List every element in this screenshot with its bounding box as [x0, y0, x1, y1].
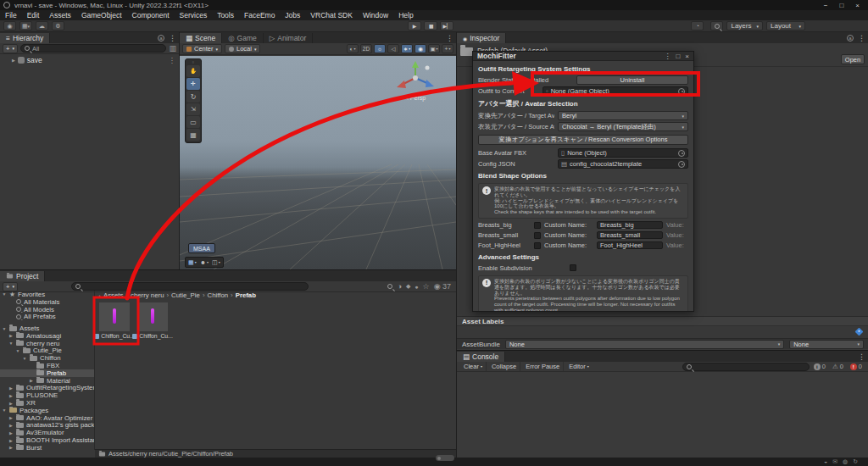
tree-item-prefab[interactable]: Prefab — [0, 369, 94, 377]
tree-item-chiffon[interactable]: Chiffon — [0, 354, 94, 362]
search-everything-icon[interactable] — [710, 21, 723, 31]
tree-item-anatawa12-gists[interactable]: anatawa12's gists pack — [0, 422, 94, 430]
tab-console[interactable]: Console — [457, 352, 505, 362]
tree-item-cutie-pie[interactable]: Cutie_Pie — [0, 347, 94, 355]
menu-help[interactable]: Help — [393, 11, 418, 19]
pivot-toggle[interactable]: Center — [182, 44, 222, 53]
bake-status-icon[interactable] — [824, 458, 827, 465]
tree-item-all-models[interactable]: All Models — [0, 306, 94, 313]
custom-name-field[interactable]: Breasts_big — [597, 221, 663, 229]
expand-arrow-icon[interactable] — [12, 58, 15, 63]
menu-tools[interactable]: Tools — [212, 11, 239, 19]
minimize-button[interactable]: − — [824, 2, 828, 9]
effects-dropdown[interactable] — [401, 44, 413, 53]
undo-history-icon[interactable] — [691, 21, 704, 31]
panel-menu-icon[interactable] — [858, 352, 865, 361]
collab-status-icon[interactable] — [843, 458, 848, 465]
menu-jobs[interactable]: Jobs — [280, 11, 305, 19]
menu-vrchat-sdk[interactable]: VRChat SDK — [305, 11, 358, 19]
refresh-status-icon[interactable] — [853, 458, 858, 465]
object-picker-icon[interactable] — [678, 161, 685, 168]
tree-item-all-prefabs[interactable]: All Prefabs — [0, 313, 94, 320]
tree-item-amatousagi[interactable]: Amatousagi — [0, 332, 94, 340]
blend-checkbox[interactable] — [534, 232, 541, 239]
camera-dropdown[interactable] — [428, 44, 440, 53]
label-filter-icon[interactable] — [406, 283, 410, 290]
alert-icon[interactable] — [415, 284, 418, 290]
orientation-gizmo[interactable]: < Persp — [388, 58, 442, 107]
custom-name-field[interactable]: Foot_HighHeel — [597, 241, 663, 249]
tree-favorites-root[interactable]: Favorites — [0, 291, 94, 298]
hand-tool[interactable] — [186, 65, 200, 77]
panel-menu-icon[interactable] — [858, 34, 865, 42]
breadcrumb-prefab[interactable]: Prefab — [236, 291, 256, 299]
play-button[interactable] — [408, 21, 421, 31]
outfit-to-convert-field[interactable]: None (Game Object) — [542, 86, 688, 96]
pose-icon[interactable] — [211, 259, 221, 266]
tree-item-booth-import-assistant[interactable]: BOOTH Import Assistant — [0, 436, 94, 444]
tab-animator[interactable]: Animator — [264, 33, 314, 43]
cloud-icon[interactable] — [36, 21, 48, 31]
clear-button[interactable]: Clear — [460, 362, 487, 371]
move-tool[interactable] — [186, 78, 200, 90]
scene-viewport[interactable]: ≡ < Persp MSAA — [180, 56, 456, 269]
close-button[interactable]: × — [855, 2, 860, 9]
create-add-button[interactable] — [3, 44, 18, 53]
breadcrumb-cherry-neru[interactable]: cherry neru — [131, 291, 164, 299]
tab-hierarchy[interactable]: Hierarchy — [0, 33, 50, 43]
tree-item-outfitretargetingsystem[interactable]: OutfitRetargetingSystem — [0, 385, 94, 392]
pause-button[interactable] — [424, 21, 437, 31]
blend-checkbox[interactable] — [534, 242, 541, 249]
tree-item-aao-avatar-optimizer[interactable]: AAO: Avatar Optimizer — [0, 414, 94, 422]
tree-packages-root[interactable]: Packages — [0, 407, 94, 414]
account-icon[interactable] — [3, 21, 16, 31]
tab-game[interactable]: Game — [222, 33, 264, 43]
uninstall-button[interactable]: Uninstall — [576, 75, 688, 85]
source-avatar-dropdown[interactable]: Chocolat → Beryl (Template経由) — [558, 122, 688, 131]
transform-tool[interactable] — [186, 129, 200, 141]
target-avatar-dropdown[interactable]: Beryl — [558, 111, 688, 120]
version-control-icon[interactable] — [19, 21, 32, 31]
window-close-icon[interactable] — [685, 53, 689, 60]
panel-menu-icon[interactable] — [169, 34, 176, 42]
enable-subdivision-checkbox[interactable] — [570, 264, 576, 271]
rect-tool[interactable] — [186, 116, 200, 128]
project-search-input[interactable] — [71, 282, 309, 291]
tree-item-material[interactable]: Material — [0, 377, 94, 385]
prefab-asset-2[interactable]: Chiffon_Cu... — [135, 302, 170, 339]
menu-window[interactable]: Window — [358, 11, 393, 19]
window-maximize-icon[interactable] — [676, 53, 680, 60]
hierarchy-search-input[interactable]: All — [20, 44, 167, 53]
open-button[interactable]: Open — [841, 54, 865, 64]
2d-toggle[interactable]: 2D — [360, 44, 372, 53]
menu-services[interactable]: Services — [175, 11, 213, 19]
console-search-input[interactable] — [682, 363, 810, 371]
rotate-tool[interactable] — [186, 91, 200, 103]
search-filter-icon[interactable] — [169, 44, 176, 53]
step-button[interactable] — [440, 21, 453, 31]
lock-icon[interactable]: a — [847, 35, 854, 42]
rescan-button[interactable]: 変換オプションを再スキャン / Rescan Conversion Option… — [478, 135, 688, 145]
collapse-icon[interactable] — [98, 292, 101, 298]
space-toggle[interactable]: Local — [225, 44, 260, 53]
menu-file[interactable]: File — [0, 11, 22, 19]
asset-labels-header[interactable]: Asset Labels — [457, 316, 868, 326]
assetbundle-variant-dropdown[interactable]: None — [789, 340, 864, 349]
collapse-button[interactable]: Collapse — [488, 362, 520, 371]
settings-gear-icon[interactable] — [52, 21, 64, 31]
blend-checkbox[interactable] — [534, 222, 541, 229]
breadcrumb-assets[interactable]: Assets — [103, 291, 123, 299]
menu-faceemo[interactable]: FaceEmo — [239, 11, 280, 19]
tree-item-fbx[interactable]: FBX — [0, 362, 94, 369]
info-count-badge[interactable]: i0 — [811, 363, 828, 370]
object-picker-icon[interactable] — [678, 88, 685, 95]
editor-dropdown[interactable]: Editor — [565, 362, 593, 371]
menu-assets[interactable]: Assets — [44, 11, 76, 19]
menu-edit[interactable]: Edit — [22, 11, 45, 19]
msaa-button[interactable]: MSAA — [188, 243, 215, 253]
hidden-count[interactable]: 37 — [434, 282, 451, 291]
menu-gameobject[interactable]: GameObject — [76, 11, 127, 19]
tree-item-av3emulator[interactable]: Av3Emulator — [0, 429, 94, 436]
tree-item-all-materials[interactable]: All Materials — [0, 298, 94, 306]
grid-overlay-icon[interactable] — [187, 259, 198, 266]
